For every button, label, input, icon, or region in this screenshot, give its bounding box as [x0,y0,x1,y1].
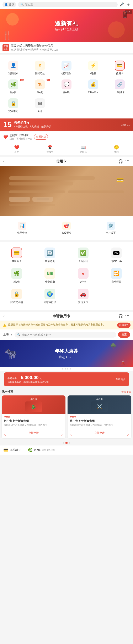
card-search-input-wrap[interactable]: 🔍 [15,332,116,338]
credit-limit-label: 参考额度： [8,376,20,380]
cc-menu-travel[interactable]: 🌍 环球旅行卡 [33,286,67,307]
apply-back-button[interactable]: ‹ [3,314,5,318]
card-settings-label: 卡片设置 [106,231,116,235]
tab-mine[interactable]: 🙂 我的 [100,145,133,154]
date-number: 15 [3,121,12,128]
tab-zuiai[interactable]: ❤️ 最爱 [0,145,33,154]
login-button[interactable]: 👤 登录 [3,2,16,7]
card-apply-btn-2[interactable]: 立即申请 [70,430,129,436]
tab-huijingxuan-icon: 📖 [81,145,86,150]
cc-menu-apply[interactable]: 💳 申请办卡 [0,245,33,266]
apply-card-icon: 💳 [11,248,22,258]
action-limit-adjust[interactable]: 🎯 额度调整 [44,220,88,237]
action-bar-divider [24,448,24,452]
news-content[interactable]: 宏观 10月人民币贷款增加6970亿元 市场 预计明年全球经济增速放缓至3.1% [11,44,130,52]
all-label: 全部 [37,110,42,113]
credit-limit-link[interactable]: 查看更多 [115,378,125,381]
cc-menu-eloan[interactable]: 🌿 融e借 [0,266,33,286]
location-tag: 上海 [3,333,9,336]
promo-sub-text: 精选 GO！ [55,355,78,359]
notice-bar: ⚠️ 温馨提示：您选择的办卡城市需要与工作城市若有差异，因此可能影响您的审批通过… [0,321,133,330]
menu-item-security[interactable]: 🔒 安全中心 [0,96,27,115]
menu-item-eunion[interactable]: 💬 融e联 [53,78,80,96]
cc-menu-security-lock[interactable]: 🔒 账户安全锁 [0,286,33,307]
card-search-button[interactable]: 搜索 [118,332,130,338]
tab-zhiservice[interactable]: 📅 智服务 [33,145,67,154]
cc-menu-e-install[interactable]: e e分期 [67,266,100,286]
card-search-input[interactable] [22,333,114,336]
banner-sub-text: 融e行4.0全新上线 [55,28,78,31]
recommend-more[interactable]: 查看更多 [121,390,131,394]
add-icon[interactable]: ＋ [126,2,130,7]
quick-actions: 📊 账单查询 🎯 额度调整 ⚙️ 卡片设置 [0,216,133,240]
security-lock-label: 账户安全锁 [10,301,23,304]
birthday-btn[interactable]: 查看祝福 [34,134,48,140]
cc-menu-progress[interactable]: 🔄 申请进度 [33,245,67,266]
more-icon[interactable]: ••• [125,159,130,164]
main-menu-section: 👤 我的账户 ¥ 转账汇款 📈 投资理财 ⚡ e缴费 💳 信用卡 🌿 融e借 5… [0,55,133,118]
user-icon: 👤 [5,3,8,6]
birthday-icon: ❤️ [3,135,8,139]
card-apply-btn-1[interactable]: 立即申请 [4,430,63,436]
transfer-label: 转账汇款 [35,72,45,75]
location-dropdown-icon[interactable]: ▼ [10,333,13,336]
security-icon: 🔒 [8,98,18,108]
credit-limit-note: 预测仅供参考，额度以实际批复结果为准 [8,381,114,384]
bill-query-label: 账单查询 [17,231,27,235]
news-tag-main: 工行 [4,45,8,48]
tab-zuiai-icon: ❤️ [14,145,19,150]
card-display-area: 💳 [0,166,133,216]
action-eloan-bottom[interactable]: 🌿 融e借 可申请4,059 [28,448,55,452]
card-body-1: 按年代： 融斗卡·初年版套卡组 首台超级卡片名设计，无忧金融，潮牌海淘 [2,414,65,428]
promo-main-text: 年终大焕荐 [55,348,78,354]
menu-item-eshop[interactable]: 🛍 融e购 51 [27,78,53,96]
birthday-banner: ❤️ 您的生日快到啦 别忘了要对自己好一点 查看祝福 [0,131,133,143]
back-button[interactable]: ‹ [3,159,5,164]
recommend-title: 优卡推荐 [2,390,13,394]
search-bar-main[interactable]: 🔍 随心查 [18,2,118,7]
menu-item-transfer[interactable]: ¥ 转账汇款 [27,58,53,78]
limit-adjust-icon: 🎯 [62,222,71,230]
cc-menu-empty [100,286,133,307]
tab-huijingxuan[interactable]: 📖 惠精选 [67,145,100,154]
menu-item-epaytoo[interactable]: 💰 工银e支付 [80,78,106,96]
cc-menu-cash-install[interactable]: 💵 现金分期 [33,266,67,286]
cc-menu-applepay[interactable]: Pay Apple Pay [100,245,133,266]
menu-item-account[interactable]: 👤 我的账户 [0,58,27,78]
menu-item-eloan[interactable]: 🌿 融e借 51 [0,78,27,96]
apply-headset-icon[interactable]: 🎧 [118,314,123,318]
temp-travel-icon: 🚗 [78,288,88,300]
cc-menu-activate[interactable]: ✅ 卡片启用 [67,245,100,266]
notice-text: 温馨提示：您选择的办卡城市需要与工作城市若有差异，因此可能影响您的审批通过率。 [8,323,120,326]
notice-dismiss-btn[interactable]: 我知道了 [117,322,130,328]
cash-install-icon: 💵 [45,268,55,279]
date-info: 亲爱的朋友 4.0重磅上线，8大功能，焕新升级 [14,121,119,128]
eloan-label: 融e借 [10,91,17,94]
menu-item-epay[interactable]: ⚡ e缴费 [80,58,106,78]
menu-item-invest[interactable]: 📈 投资理财 [53,58,80,78]
dot-2 [65,368,66,370]
apple-pay-icon: Pay [111,248,122,258]
action-sub-card[interactable]: 💳 办理副卡 [3,448,21,452]
card-dots [2,441,131,445]
recommend-header: 优卡推荐 查看更多 [2,388,131,396]
top-bar-icons: 🎤 ＋ [119,2,130,7]
menu-item-bindcard[interactable]: 🔗 一键绑卡 [106,78,133,96]
apply-more-icon[interactable]: ••• [125,314,130,318]
bill-query-icon: 📊 [18,222,26,230]
sub-card-icon: 💳 [3,448,9,452]
menu-item-all[interactable]: ▦ 全部 [27,96,53,115]
headset-icon[interactable]: 🎧 [118,159,123,164]
cc-menu-temp-travel[interactable]: 🚗 暂行天下 [67,286,100,307]
eshop-icon: 🛍 [35,80,45,90]
bottom-tabs: ❤️ 最爱 📅 智服务 📖 惠精选 🙂 我的 [0,143,133,155]
main-banner[interactable]: 广告 邀新有礼 融e行4.0全新上线 🍴 📱 [0,9,133,42]
eunion-label: 融e联 [63,91,70,94]
promo-banner[interactable]: 年终大焕荐 精选 GO！ 🐄 🗼 🌳 [0,340,133,367]
action-card-settings[interactable]: ⚙️ 卡片设置 [89,220,133,237]
cc-menu-auto-repay[interactable]: 🔁 自动还款 [100,266,133,286]
microphone-icon[interactable]: 🎤 [119,2,124,7]
apply-progress-label: 申请进度 [45,260,55,263]
action-bill-query[interactable]: 📊 账单查询 [0,220,44,237]
menu-item-credit[interactable]: 💳 信用卡 [106,58,133,78]
